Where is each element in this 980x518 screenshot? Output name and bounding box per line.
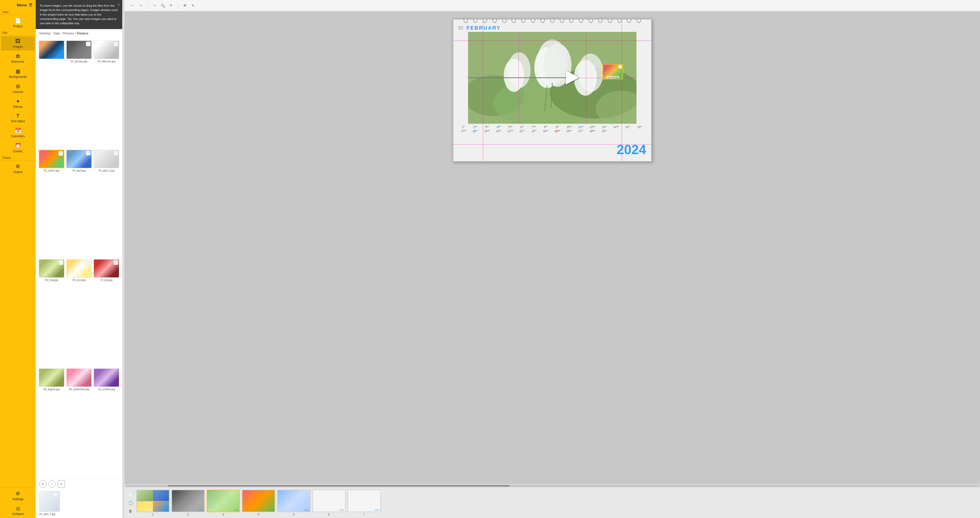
- filmstrip-page-5[interactable]: 2024 5: [277, 490, 310, 516]
- breadcrumb-part-desktop[interactable]: Desktop: [39, 32, 51, 35]
- view-button[interactable]: 👁: [181, 2, 189, 10]
- main-area: ← → − 🔍 + 👁 ✎: [124, 0, 980, 518]
- list-item[interactable]: 09_september.jpg: [66, 369, 92, 476]
- filmstrip-page-1[interactable]: 2024 1: [136, 490, 169, 516]
- canvas-wrap[interactable]: 02 FEBRUARY: [124, 11, 980, 484]
- list-item[interactable]: 📄 05_may.jpg: [39, 259, 64, 366]
- tooltip-text: To insert images, use the mouse to drag …: [40, 4, 118, 25]
- filmstrip-thumb-1: 2024: [136, 490, 169, 512]
- sidebar-item-events[interactable]: ⏰ Events: [1, 141, 35, 155]
- list-item[interactable]: -: [39, 41, 64, 148]
- filmstrip-remove-button[interactable]: 📋: [127, 500, 134, 506]
- image-badge-6[interactable]: 📄: [114, 151, 118, 156]
- breadcrumb-part-flowers[interactable]: Flowers: [77, 32, 88, 35]
- sidebar-item-label-text-styles: Text styles: [11, 119, 25, 123]
- sidebar-item-effects[interactable]: ✦ Effects: [1, 96, 35, 111]
- tray-add-button[interactable]: +: [39, 480, 46, 488]
- spiral: [492, 19, 497, 23]
- scrollbar-track[interactable]: [125, 485, 980, 486]
- filmstrip-page-num-1: 2024: [164, 509, 168, 511]
- filmstrip-thumb-3: 2024: [207, 490, 240, 512]
- sidebar-item-calendars[interactable]: 📅 Calendars: [1, 126, 35, 140]
- panel-resize-handle[interactable]: ⋮: [123, 0, 124, 518]
- image-badge-7[interactable]: 📄: [59, 260, 63, 265]
- filmstrip-page-6[interactable]: 2024 6: [312, 490, 345, 516]
- zoom-out-button[interactable]: −: [151, 2, 159, 10]
- layouts-icon: ⊞: [16, 83, 20, 89]
- edit-button[interactable]: ✎: [189, 2, 197, 10]
- text-styles-icon: T: [17, 113, 19, 119]
- filmstrip-add-button[interactable]: 📄: [127, 491, 134, 498]
- filmstrip-thumb-5: 2024: [277, 490, 310, 512]
- filmstrip: 📄 📋 🗑 2024 1: [124, 487, 980, 518]
- toolbar-zoom-group: − 🔍 +: [151, 2, 175, 10]
- filmstrip-page-2[interactable]: 2024 2: [172, 490, 205, 516]
- forward-button[interactable]: →: [137, 2, 145, 10]
- scrollbar[interactable]: [124, 484, 980, 487]
- tray-image-badge[interactable]: 📄: [54, 493, 59, 497]
- list-item[interactable]: 📄 07_july.jpg: [94, 259, 119, 366]
- toolbar-view-group: 👁 ✎: [181, 2, 197, 10]
- sidebar-item-text-styles[interactable]: T Text styles: [1, 111, 35, 125]
- image-thumbnail-3: 📄: [94, 41, 119, 59]
- cal-cell: 6Tu: [517, 125, 527, 129]
- image-grid: - 📄 01_january.jpg 📄 02_february.jpg 📄 0…: [36, 38, 122, 478]
- project-icon: 📄: [15, 17, 21, 24]
- divider-start: [0, 14, 36, 15]
- list-item[interactable]: 10_october.jpg: [94, 369, 119, 476]
- tray-clear-button[interactable]: ×: [58, 480, 65, 488]
- spiral: [483, 19, 487, 23]
- list-item[interactable]: 📄 01_january.jpg: [66, 41, 92, 148]
- breadcrumb-part-data[interactable]: Data: [53, 32, 60, 35]
- scrollbar-thumb[interactable]: [168, 485, 509, 486]
- image-badge-4[interactable]: 📄: [59, 151, 63, 156]
- filmstrip-page-4[interactable]: 2024 4: [242, 490, 275, 516]
- toolbar: ← → − 🔍 + 👁 ✎: [124, 0, 980, 11]
- sidebar-item-project[interactable]: 📄 Project: [1, 16, 35, 30]
- spiral: [531, 19, 535, 23]
- list-item[interactable]: 08_august.jpg: [39, 369, 64, 476]
- image-label-1: -: [51, 60, 52, 63]
- tray-remove-button[interactable]: −: [48, 480, 56, 488]
- filmstrip-page-3[interactable]: 2024 3: [207, 490, 240, 516]
- filmstrip-page-7[interactable]: 2024 7: [348, 490, 381, 516]
- month-name: FEBRUARY: [466, 25, 501, 31]
- menu-icon[interactable]: ☰: [29, 3, 32, 7]
- image-badge-8[interactable]: 📄: [86, 260, 91, 265]
- image-thumbnail-7: 📄: [39, 259, 64, 278]
- image-label-5: 04_april.jpg: [73, 169, 86, 172]
- image-label-4: 03_march.jpg: [44, 169, 59, 172]
- filmstrip-delete-button[interactable]: 🗑: [127, 508, 134, 515]
- list-item[interactable]: 📄 06_june.jpg: [66, 259, 92, 366]
- tooltip-close-button[interactable]: ×: [118, 2, 120, 7]
- calendar-page: 02 FEBRUARY: [453, 19, 652, 162]
- left-panel: × To insert images, use the mouse to dra…: [36, 0, 123, 518]
- image-badge-5[interactable]: 📄: [86, 151, 91, 156]
- sidebar-item-label-effects: Effects: [13, 105, 22, 109]
- image-badge-3[interactable]: 📄: [114, 41, 118, 46]
- cal-cell: 2Sa: [470, 125, 480, 129]
- sidebar-item-settings[interactable]: ⚙ Settings: [1, 488, 35, 503]
- tray-image-label: 04_april_2.jpg: [39, 513, 119, 515]
- calendar-photo[interactable]: 📄 03_march.jpg: [468, 32, 636, 124]
- image-badge-2[interactable]: 📄: [86, 41, 91, 46]
- breadcrumb-part-pictures[interactable]: Pictures: [63, 32, 74, 35]
- drag-thumbnail: 📄 03_march.jpg: [603, 64, 623, 79]
- back-button[interactable]: ←: [129, 2, 136, 10]
- tray-thumbnail[interactable]: 📄: [39, 491, 60, 512]
- list-item[interactable]: 📄 03_march.jpg: [39, 150, 64, 257]
- filmstrip-label-7: 7: [363, 513, 365, 516]
- sidebar-item-backgrounds[interactable]: ▦ Backgrounds: [1, 66, 35, 81]
- sidebar-item-images[interactable]: 🖼 Images: [1, 36, 35, 51]
- list-item[interactable]: 📄 04_april.jpg: [66, 150, 92, 257]
- sidebar-item-output[interactable]: ⚙ Output: [1, 161, 35, 176]
- sidebar-item-layouts[interactable]: ⊞ Layouts: [1, 81, 35, 96]
- section-output: Output: [0, 156, 36, 160]
- sidebar-item-collapse[interactable]: ◎ Collapse: [1, 503, 35, 518]
- list-item[interactable]: 📄 02_february.jpg: [94, 41, 119, 148]
- zoom-in-button[interactable]: +: [167, 2, 175, 10]
- list-item[interactable]: 📄 04_april_2.jpg: [94, 150, 119, 257]
- zoom-button[interactable]: 🔍: [159, 2, 167, 10]
- image-badge-9[interactable]: 📄: [114, 260, 118, 265]
- sidebar-item-elements[interactable]: ✿ Elements: [1, 51, 35, 65]
